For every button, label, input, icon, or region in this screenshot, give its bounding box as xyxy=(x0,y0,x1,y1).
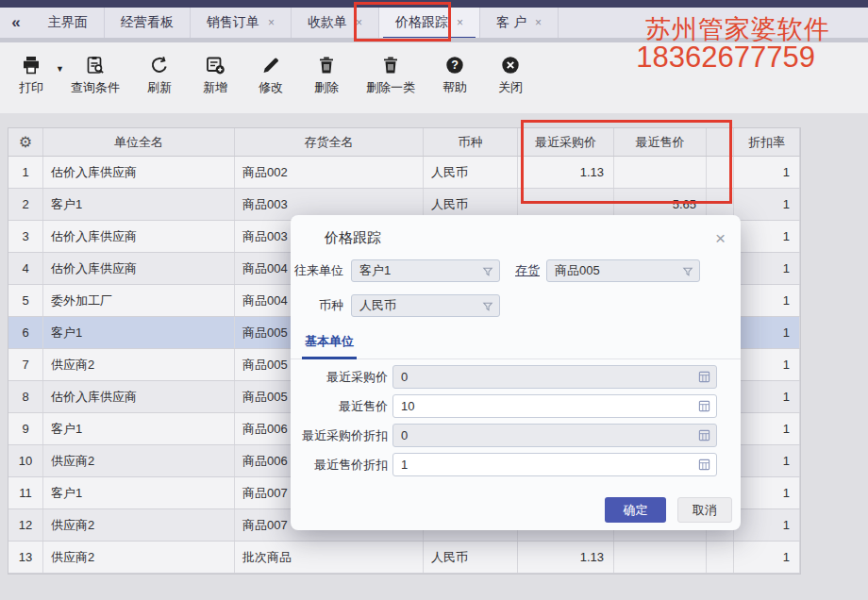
partner-value: 客户1 xyxy=(359,262,391,279)
dialog-close-icon[interactable]: × xyxy=(715,229,726,247)
column-header-discount[interactable]: 折扣率 xyxy=(734,128,800,156)
last-sell-price-input[interactable]: 10 xyxy=(392,394,717,418)
print-dropdown-icon[interactable]: ▼ xyxy=(56,64,64,74)
field-label: 最近采购价 xyxy=(291,369,392,386)
table-row[interactable]: 13 供应商2 批次商品 人民币 1.13 1 xyxy=(8,542,800,574)
field-label: 最近采购价折扣 xyxy=(291,427,392,444)
cell-discount: 1 xyxy=(734,413,800,444)
row-number: 1 xyxy=(8,157,43,188)
cell-unit: 供应商2 xyxy=(43,445,235,476)
cell-spacer xyxy=(707,157,734,188)
collapse-tabs-icon[interactable]: « xyxy=(0,8,32,38)
tab-receipt[interactable]: 收款单 × xyxy=(292,8,379,38)
tab-price-tracking[interactable]: 价格跟踪 × xyxy=(379,8,480,38)
tab-label: 主界面 xyxy=(48,14,88,31)
row-number: 10 xyxy=(8,445,43,476)
tab-customer[interactable]: 客 户 × xyxy=(480,8,559,38)
partner-select[interactable]: 客户1 xyxy=(351,259,500,282)
column-settings-gear-icon[interactable]: ⚙ xyxy=(8,128,43,156)
cell-unit: 供应商2 xyxy=(43,509,235,541)
tab-basic-unit[interactable]: 基本单位 xyxy=(302,329,357,359)
row-number: 9 xyxy=(8,413,43,444)
cell-unit: 估价入库供应商 xyxy=(43,381,235,412)
printer-icon xyxy=(20,54,42,76)
cell-unit: 供应商2 xyxy=(43,349,235,380)
query-conditions-icon xyxy=(84,54,107,76)
filter-funnel-icon xyxy=(682,266,693,277)
cell-discount: 1 xyxy=(734,477,800,508)
tab-bar: « 主界面 经营看板 销售订单 × 收款单 × 价格跟踪 × 客 户 × xyxy=(0,8,868,38)
stock-value: 商品005 xyxy=(555,262,600,279)
last-sell-discount-input[interactable]: 1 xyxy=(392,453,717,476)
column-header-currency[interactable]: 币种 xyxy=(424,128,518,156)
print-button[interactable]: 打印 ▼ xyxy=(9,54,53,96)
field-last-buy-discount: 最近采购价折扣 0 xyxy=(291,424,741,447)
ok-button[interactable]: 确定 xyxy=(605,497,666,523)
input-value: 1 xyxy=(401,458,408,472)
stock-select[interactable]: 商品005 xyxy=(546,259,700,282)
cell-discount: 1 xyxy=(734,317,800,348)
table-row[interactable]: 1 估价入库供应商 商品002 人民币 1.13 1 xyxy=(8,157,800,189)
tab-main[interactable]: 主界面 xyxy=(32,8,105,38)
delete-button[interactable]: 删除 xyxy=(305,54,348,96)
column-header-spacer xyxy=(707,128,734,156)
close-tab-icon[interactable]: × xyxy=(268,17,275,28)
last-buy-price-input[interactable]: 0 xyxy=(392,365,717,389)
row-number: 12 xyxy=(8,509,43,541)
cell-currency: 人民币 xyxy=(424,542,518,573)
cell-discount: 1 xyxy=(734,381,800,412)
cancel-button[interactable]: 取消 xyxy=(677,497,732,523)
tab-label: 价格跟踪 xyxy=(395,14,448,31)
row-number: 6 xyxy=(8,317,43,348)
query-conditions-button[interactable]: 查询条件 xyxy=(65,54,125,96)
last-buy-discount-input[interactable]: 0 xyxy=(392,424,717,447)
close-tab-icon[interactable]: × xyxy=(356,17,362,28)
stock-link-label[interactable]: 存货 xyxy=(515,262,540,279)
filter-funnel-icon xyxy=(482,301,493,312)
tab-dashboard[interactable]: 经营看板 xyxy=(105,8,191,38)
cell-unit: 估价入库供应商 xyxy=(43,157,235,188)
cell-unit: 客户1 xyxy=(43,413,235,444)
column-header-unit[interactable]: 单位全名 xyxy=(43,128,235,156)
cell-unit: 客户1 xyxy=(43,477,235,508)
field-last-sell-price: 最近售价 10 xyxy=(291,394,741,418)
partner-label: 往来单位 xyxy=(294,262,343,279)
filter-funnel-icon xyxy=(482,266,493,277)
row-number: 8 xyxy=(8,381,43,412)
delete-icon xyxy=(315,54,338,76)
input-value: 0 xyxy=(401,428,408,442)
row-number: 13 xyxy=(8,542,43,573)
column-header-buy-price[interactable]: 最近采购价 xyxy=(518,128,614,156)
close-tab-icon[interactable]: × xyxy=(535,17,542,28)
cell-discount: 1 xyxy=(734,349,800,380)
cell-discount: 1 xyxy=(734,542,800,573)
refresh-button[interactable]: 刷新 xyxy=(138,54,181,96)
row-number: 3 xyxy=(8,221,43,252)
tab-sales-order[interactable]: 销售订单 × xyxy=(191,8,292,38)
help-button[interactable]: ? 帮助 xyxy=(433,54,476,96)
row-number: 4 xyxy=(8,253,43,284)
cell-unit: 客户1 xyxy=(43,317,235,348)
calculator-icon xyxy=(698,400,710,412)
row-number: 5 xyxy=(8,285,43,316)
cell-unit: 估价入库供应商 xyxy=(43,221,235,252)
close-button[interactable]: 关闭 xyxy=(489,54,532,96)
cell-unit: 估价入库供应商 xyxy=(43,253,235,284)
refresh-icon xyxy=(148,54,171,76)
column-header-sell-price[interactable]: 最近售价 xyxy=(614,128,707,156)
add-button[interactable]: 新增 xyxy=(193,54,237,96)
cell-unit: 客户1 xyxy=(43,189,235,220)
currency-select[interactable]: 人民币 xyxy=(351,294,500,317)
edit-button[interactable]: 修改 xyxy=(249,54,292,96)
close-tab-icon[interactable]: × xyxy=(457,17,463,28)
field-label: 最近售价 xyxy=(291,398,392,415)
cell-discount: 1 xyxy=(734,221,800,252)
row-number: 2 xyxy=(8,189,43,220)
tab-label: 客 户 xyxy=(496,14,526,31)
column-header-stock[interactable]: 存货全名 xyxy=(235,128,424,156)
field-last-sell-discount: 最近售价折扣 1 xyxy=(291,453,741,476)
delete-category-button[interactable]: 删除一类 xyxy=(360,54,421,96)
help-icon: ? xyxy=(443,54,466,76)
price-tracking-dialog: 价格跟踪 × 往来单位 客户1 存货 商品005 币种 人民币 基本单位 最近采… xyxy=(291,215,741,530)
cell-sell-price xyxy=(614,157,707,188)
